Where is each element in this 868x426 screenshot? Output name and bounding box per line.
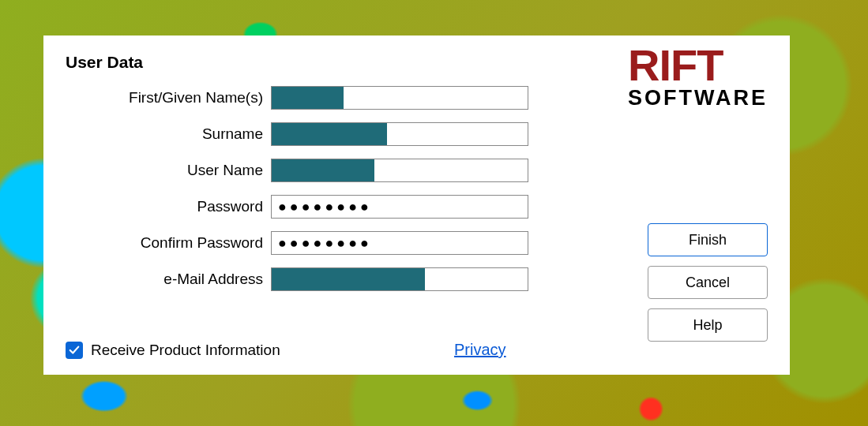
cancel-button[interactable]: Cancel — [648, 266, 768, 299]
label-confirm-password: Confirm Password — [66, 234, 271, 252]
rift-software-logo: RIFT SOFTWARE — [628, 45, 768, 110]
row-user-name: User Name — [66, 159, 768, 182]
input-user-name[interactable] — [271, 159, 528, 182]
receive-info-label: Receive Product Information — [91, 342, 280, 359]
surname-redaction — [272, 123, 387, 145]
receive-info-row: Receive Product Information — [66, 342, 280, 359]
receive-info-checkbox[interactable] — [66, 342, 83, 359]
user-name-redaction — [272, 159, 374, 181]
privacy-link[interactable]: Privacy — [454, 341, 506, 359]
first-name-redaction — [272, 87, 344, 109]
label-email: e-Mail Address — [66, 271, 271, 288]
row-password: Password ●●●●●●●● — [66, 195, 768, 219]
email-redaction — [272, 268, 425, 290]
finish-button[interactable]: Finish — [648, 223, 768, 256]
label-password: Password — [66, 198, 271, 215]
input-password[interactable]: ●●●●●●●● — [271, 195, 528, 219]
help-button[interactable]: Help — [648, 308, 768, 342]
button-stack: Finish Cancel Help — [648, 223, 768, 342]
label-first-name: First/Given Name(s) — [66, 89, 271, 106]
logo-rift: RIFT — [628, 45, 768, 86]
user-data-panel: User Data RIFT SOFTWARE First/Given Name… — [43, 36, 790, 375]
check-icon — [69, 345, 80, 356]
input-email[interactable] — [271, 267, 528, 291]
row-surname: Surname — [66, 122, 768, 146]
input-first-name[interactable] — [271, 86, 528, 110]
logo-software: SOFTWARE — [628, 86, 768, 110]
input-confirm-password[interactable]: ●●●●●●●● — [271, 231, 528, 255]
label-surname: Surname — [66, 125, 271, 143]
label-user-name: User Name — [66, 162, 271, 179]
input-surname[interactable] — [271, 122, 528, 146]
